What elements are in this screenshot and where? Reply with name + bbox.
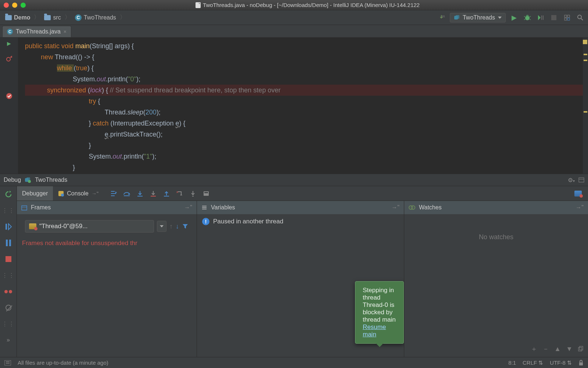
stop-button[interactable] (549, 13, 559, 22)
pin-icon[interactable]: →" (391, 204, 399, 211)
svg-rect-20 (151, 196, 156, 197)
hide-toolwindow-icon[interactable] (578, 177, 584, 183)
editor-tab[interactable]: C TwoThreads.java × (2, 26, 71, 37)
variables-panel-header[interactable]: Variables →" (197, 201, 404, 214)
minimize-window-icon[interactable] (12, 3, 17, 8)
rerun-button[interactable] (4, 190, 13, 199)
svg-rect-18 (124, 195, 130, 196)
zoom-window-icon[interactable] (21, 3, 26, 8)
editor-tab-label: TwoThreads.java (16, 28, 61, 35)
previous-frame-button[interactable]: ↑ (169, 223, 173, 230)
tab-debugger[interactable]: Debugger (17, 186, 53, 201)
breakpoint-icon[interactable] (6, 91, 12, 102)
resume-button[interactable] (4, 222, 13, 231)
search-icon[interactable] (576, 13, 585, 22)
frames-icon (21, 205, 27, 210)
encoding-selector[interactable]: UTF-8 ⇅ (550, 360, 572, 366)
thread-dump-icon[interactable] (573, 188, 584, 199)
lock-icon[interactable] (578, 360, 584, 366)
no-watches-message: No watches (409, 233, 583, 241)
run-to-cursor-button[interactable] (187, 188, 198, 199)
more-icon[interactable]: ⋮⋮ (4, 206, 13, 215)
caret-position[interactable]: 8:1 (508, 360, 516, 366)
more-icon[interactable]: ⋮⋮ (4, 271, 13, 280)
editor-gutter[interactable]: ▶ (0, 38, 18, 174)
variables-panel-body: ! Paused in another thread Stepping in t… (197, 214, 404, 357)
gear-icon[interactable]: ⚙▾ (568, 177, 575, 184)
frames-panel-body: "Thread-0"@59... ↑ ↓ Frames not availabl… (17, 214, 197, 357)
pause-button[interactable] (4, 238, 13, 247)
line-separator-selector[interactable]: CRLF ⇅ (523, 360, 543, 366)
svg-rect-21 (164, 196, 169, 197)
frames-panel-header[interactable]: Frames →" (17, 201, 197, 214)
project-structure-icon[interactable] (562, 13, 572, 22)
blocking-thread-tooltip: Stepping in thread Thread-0 is blocked b… (355, 281, 404, 344)
breadcrumb-project[interactable]: Demo 〉 (3, 14, 42, 21)
stop-debug-button[interactable] (4, 255, 13, 263)
watches-panel-header[interactable]: Watches →" (404, 201, 588, 214)
pin-icon[interactable]: →" (576, 204, 584, 211)
move-watch-up-button[interactable]: ▲ (554, 345, 561, 353)
watches-panel-body: No watches ＋ － ▲ ▼ (404, 214, 588, 357)
evaluate-expression-button[interactable] (201, 188, 212, 199)
debug-tabs: Debugger Console →" ✕ (17, 186, 588, 201)
build-icon[interactable]: 01 (437, 13, 446, 22)
duplicate-watch-button[interactable] (578, 346, 584, 352)
source-folder-icon (44, 15, 51, 20)
tab-console[interactable]: Console →" (53, 186, 104, 201)
debug-button[interactable] (523, 13, 532, 22)
svg-rect-2 (456, 15, 459, 19)
breadcrumb-class[interactable]: C TwoThreads 〉 (73, 14, 128, 21)
add-watch-button[interactable]: ＋ (531, 344, 537, 353)
debug-toolwindow-header[interactable]: Debug TwoThreads ⚙▾ (0, 174, 588, 186)
svg-rect-7 (567, 18, 570, 20)
navigation-toolbar: Demo 〉 src 〉 C TwoThreads 〉 01 TwoThread… (0, 10, 588, 25)
step-over-button[interactable] (121, 188, 132, 199)
close-window-icon[interactable] (4, 3, 9, 8)
thread-icon (29, 223, 36, 229)
svg-point-8 (578, 15, 581, 19)
thread-selector[interactable]: "Thread-0"@59... (25, 220, 154, 233)
force-step-into-button[interactable] (148, 188, 159, 199)
chevron-right-icon: 〉 (34, 14, 40, 21)
run-config-icon (25, 177, 31, 183)
run-line-icon[interactable]: ▶ (7, 40, 11, 52)
mute-breakpoints-button[interactable] (4, 303, 13, 312)
coverage-button[interactable] (536, 13, 545, 22)
svg-text:01: 01 (442, 15, 445, 18)
frames-unavailable-message: Frames not available for unsuspended thr (22, 240, 191, 247)
run-config-selector[interactable]: TwoThreads (450, 13, 506, 22)
run-button[interactable]: ▶ (509, 13, 519, 22)
svg-rect-6 (564, 18, 567, 20)
editor-error-stripe[interactable] (583, 38, 588, 174)
breadcrumb-folder[interactable]: src 〉 (42, 14, 72, 21)
pin-icon[interactable]: →" (184, 204, 192, 211)
step-into-button[interactable] (135, 188, 146, 199)
svg-rect-23 (204, 191, 209, 196)
step-out-button[interactable] (161, 188, 172, 199)
view-breakpoints-button[interactable] (4, 287, 13, 296)
code-editor[interactable]: ▶ public static void main(String[] args)… (0, 38, 588, 174)
svg-rect-25 (22, 206, 27, 210)
frames-panel-title: Frames (31, 204, 51, 211)
expand-icon[interactable]: » (4, 336, 13, 344)
debug-side-toolbar: ⋮⋮ ⋮⋮ ⋮⋮ » (0, 186, 17, 357)
svg-point-3 (525, 16, 530, 20)
more-icon[interactable]: ⋮⋮ (4, 319, 13, 328)
show-execution-point-button[interactable] (108, 188, 119, 199)
close-tab-icon[interactable]: × (64, 29, 67, 35)
info-icon: ! (202, 218, 209, 225)
svg-rect-14 (579, 178, 584, 182)
remove-watch-button[interactable]: － (542, 344, 549, 353)
method-exit-icon[interactable] (6, 53, 12, 64)
next-frame-button[interactable]: ↓ (176, 223, 179, 230)
resume-main-link[interactable]: Resume main (363, 323, 386, 338)
thread-selector-dropdown-button[interactable] (157, 221, 166, 232)
filter-icon[interactable] (182, 223, 189, 230)
project-folder-icon (5, 15, 12, 20)
editor-tabs: C TwoThreads.java × (0, 25, 588, 38)
code-content[interactable]: public static void main(String[] args) {… (18, 38, 588, 174)
toolwindows-icon[interactable] (4, 360, 11, 365)
move-watch-down-button[interactable]: ▼ (566, 345, 573, 353)
drop-frame-button[interactable]: ✕ (174, 188, 185, 199)
